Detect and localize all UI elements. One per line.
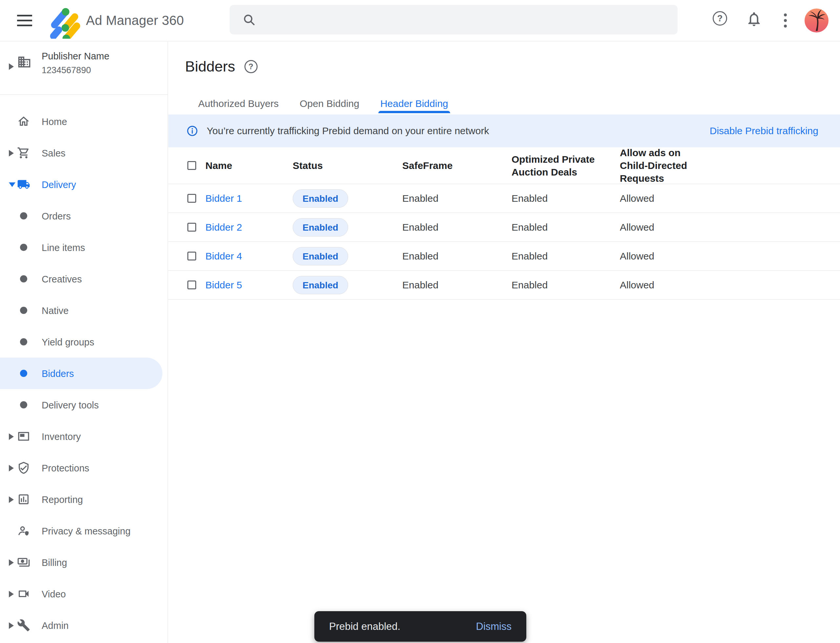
more-vert-icon xyxy=(784,13,787,16)
disable-prebid-trafficking-button[interactable]: Disable Prebid trafficking xyxy=(710,125,818,137)
payments-icon xyxy=(17,556,30,569)
tab-authorized-buyers[interactable]: Authorized Buyers xyxy=(198,95,279,112)
table-row: Bidder 2 Enabled Enabled Enabled Allowed xyxy=(168,213,840,242)
wrench-icon xyxy=(17,619,30,632)
tab-header-bidding[interactable]: Header Bidding xyxy=(380,95,448,112)
cart-icon xyxy=(17,146,30,160)
opad-value: Enabled xyxy=(512,279,620,290)
tab-open-bidding[interactable]: Open Bidding xyxy=(299,95,359,112)
ad-manager-app: Ad Manager 360 ? xyxy=(0,0,840,643)
publisher-id: 1234567890 xyxy=(42,65,91,75)
sidebar-item-inventory[interactable]: Inventory xyxy=(0,421,168,452)
column-header-status: Status xyxy=(293,159,402,172)
sidebar-item-admin[interactable]: Admin xyxy=(0,610,168,641)
toast-dismiss-button[interactable]: Dismiss xyxy=(476,621,512,633)
truck-icon xyxy=(17,178,30,191)
bidders-table: Name Status SafeFrame Optimized Private … xyxy=(168,147,840,300)
bidder-link[interactable]: Bidder 2 xyxy=(206,222,242,233)
bullet-icon xyxy=(20,370,27,377)
product-title: Ad Manager 360 xyxy=(86,13,184,28)
chevron-right-icon xyxy=(9,496,14,503)
ad-unit-icon xyxy=(17,430,30,443)
status-badge: Enabled xyxy=(293,247,348,265)
sidebar: Publisher Name 1234567890 Home Sales xyxy=(0,42,168,643)
main-content: Bidders ? Authorized Buyers Open Bidding… xyxy=(168,42,840,643)
publisher-name: Publisher Name xyxy=(42,51,109,62)
chevron-right-icon xyxy=(9,591,14,597)
bidder-link[interactable]: Bidder 1 xyxy=(206,193,242,204)
bidder-link[interactable]: Bidder 4 xyxy=(206,251,242,261)
ad-manager-logo-icon xyxy=(49,3,82,39)
opad-value: Enabled xyxy=(512,193,620,204)
hamburger-menu-icon[interactable] xyxy=(17,15,32,26)
building-icon xyxy=(17,55,31,69)
person-shield-icon xyxy=(17,524,30,537)
search-bar[interactable] xyxy=(230,5,678,34)
status-badge: Enabled xyxy=(293,276,348,294)
row-checkbox[interactable] xyxy=(187,223,196,232)
sidebar-item-line-items[interactable]: Line items xyxy=(0,232,168,263)
app-bar: Ad Manager 360 ? xyxy=(0,0,840,41)
sidebar-nav: Home Sales Delivery Orders xyxy=(0,95,168,641)
chevron-down-icon xyxy=(9,183,15,187)
sidebar-item-delivery[interactable]: Delivery xyxy=(0,169,168,200)
child-directed-value: Allowed xyxy=(620,193,840,204)
sidebar-item-protections[interactable]: Protections xyxy=(0,452,168,483)
bullet-icon xyxy=(20,212,27,219)
column-header-child-directed: Allow ads on Child-Directed Requests xyxy=(620,146,703,185)
page-help-button[interactable]: ? xyxy=(244,60,258,73)
shield-check-icon xyxy=(17,461,30,474)
table-row: Bidder 4 Enabled Enabled Enabled Allowed xyxy=(168,242,840,271)
select-all-checkbox[interactable] xyxy=(187,161,196,170)
opad-value: Enabled xyxy=(512,251,620,262)
sidebar-item-billing[interactable]: Billing xyxy=(0,547,168,578)
search-input[interactable] xyxy=(256,5,678,34)
sidebar-item-reporting[interactable]: Reporting xyxy=(0,483,168,515)
safeframe-value: Enabled xyxy=(402,193,512,204)
banner-message: You’re currently trafficking Prebid dema… xyxy=(207,125,489,137)
sidebar-item-video[interactable]: Video xyxy=(0,578,168,610)
sidebar-item-home[interactable]: Home xyxy=(0,106,168,137)
sidebar-item-sales[interactable]: Sales xyxy=(0,137,168,169)
bullet-icon xyxy=(20,307,27,314)
chevron-right-icon xyxy=(9,433,14,440)
chevron-right-icon xyxy=(9,622,14,629)
sidebar-item-yield-groups[interactable]: Yield groups xyxy=(0,326,168,357)
account-avatar[interactable] xyxy=(804,8,829,33)
row-checkbox[interactable] xyxy=(187,281,196,289)
safeframe-value: Enabled xyxy=(402,251,512,262)
toast-notification: Prebid enabled. Dismiss xyxy=(314,611,526,642)
more-options-button[interactable] xyxy=(780,11,790,29)
child-directed-value: Allowed xyxy=(620,251,840,262)
bidder-link[interactable]: Bidder 5 xyxy=(206,279,242,290)
bell-icon xyxy=(745,10,763,28)
table-row: Bidder 1 Enabled Enabled Enabled Allowed xyxy=(168,184,840,213)
safeframe-value: Enabled xyxy=(402,222,512,233)
sidebar-item-delivery-tools[interactable]: Delivery tools xyxy=(0,389,168,421)
sidebar-item-native[interactable]: Native xyxy=(0,295,168,326)
help-button[interactable]: ? xyxy=(713,11,727,26)
safeframe-value: Enabled xyxy=(402,279,512,290)
sidebar-item-privacy-messaging[interactable]: Privacy & messaging xyxy=(0,515,168,547)
search-icon xyxy=(242,13,256,26)
notifications-button[interactable] xyxy=(745,10,763,29)
table-header-row: Name Status SafeFrame Optimized Private … xyxy=(168,147,840,184)
row-checkbox[interactable] xyxy=(187,194,196,203)
page-title: Bidders xyxy=(185,58,235,75)
chevron-right-icon xyxy=(9,465,14,472)
sidebar-item-creatives[interactable]: Creatives xyxy=(0,263,168,295)
home-icon xyxy=(17,115,30,128)
status-badge: Enabled xyxy=(293,218,348,237)
videocam-icon xyxy=(17,587,30,601)
row-checkbox[interactable] xyxy=(187,251,196,261)
sidebar-item-orders[interactable]: Orders xyxy=(0,200,168,232)
sidebar-item-bidders[interactable]: Bidders xyxy=(0,357,162,389)
publisher-selector[interactable]: Publisher Name 1234567890 xyxy=(0,42,168,95)
status-badge: Enabled xyxy=(293,189,348,208)
opad-value: Enabled xyxy=(512,222,620,233)
bullet-icon xyxy=(20,401,27,408)
table-row: Bidder 5 Enabled Enabled Enabled Allowed xyxy=(168,271,840,300)
column-header-opad: Optimized Private Auction Deals xyxy=(512,153,595,178)
palm-tree-avatar-image xyxy=(804,8,829,33)
chevron-right-icon xyxy=(9,150,14,157)
